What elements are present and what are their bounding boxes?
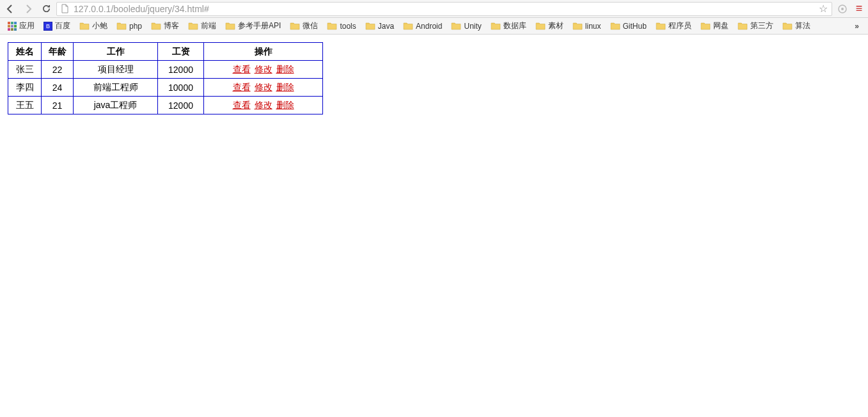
bookmark-label: Android — [416, 22, 442, 31]
delete-link[interactable]: 删除 — [276, 100, 294, 110]
bookmark-folder[interactable]: tools — [323, 20, 359, 32]
folder-icon — [403, 22, 413, 30]
folder-icon — [491, 22, 501, 30]
folder-icon — [610, 22, 620, 30]
view-link[interactable]: 查看 — [233, 64, 251, 74]
baidu-icon: B — [43, 22, 52, 31]
folder-icon — [116, 22, 127, 30]
bookmark-folder[interactable]: GitHub — [606, 20, 651, 32]
folder-icon — [188, 22, 198, 30]
folder-icon — [365, 22, 375, 30]
folder-icon — [151, 22, 161, 30]
reload-button[interactable] — [38, 1, 54, 17]
bookmark-folder[interactable]: 第三方 — [734, 19, 777, 33]
cell-salary: 10000 — [158, 79, 204, 97]
cell-name: 李四 — [8, 79, 42, 97]
bookmark-label: Unity — [464, 22, 481, 31]
bookmark-label: 程序员 — [668, 20, 691, 31]
forward-button[interactable] — [20, 1, 36, 17]
folder-icon — [656, 22, 666, 30]
folder-icon — [738, 22, 748, 30]
bookmark-label: 参考手册API — [238, 20, 281, 31]
chrome-menu-icon[interactable]: ≡ — [853, 2, 865, 15]
bookmark-label: 小鲍 — [92, 20, 107, 31]
bookmark-folder[interactable]: 参考手册API — [221, 19, 285, 33]
folder-icon — [572, 22, 583, 30]
bookmark-folder[interactable]: 网盘 — [697, 19, 732, 33]
cell-age: 22 — [42, 61, 74, 79]
bookmark-label: linux — [585, 22, 601, 31]
table-row: 张三22项目经理12000查看修改删除 — [8, 61, 323, 79]
bookmark-folder[interactable]: Java — [361, 20, 398, 32]
cell-action: 查看修改删除 — [204, 97, 323, 114]
data-table: 姓名 年龄 工作 工资 操作 张三22项目经理12000查看修改删除李四24前端… — [8, 42, 323, 114]
bookmark-folder[interactable]: 博客 — [147, 19, 183, 33]
view-link[interactable]: 查看 — [233, 82, 251, 92]
bookmarks-overflow[interactable]: » — [849, 22, 864, 31]
extension-icon[interactable] — [835, 1, 850, 17]
bookmark-label: 前端 — [201, 20, 216, 31]
cell-job: 前端工程师 — [74, 79, 158, 97]
cell-age: 21 — [42, 97, 74, 114]
apps-label: 应用 — [19, 20, 35, 31]
bookmark-label: 网盘 — [713, 20, 729, 31]
url-text: 127.0.0.1/booledu/jquery/34.html# — [74, 4, 815, 14]
header-action: 操作 — [204, 43, 323, 61]
bookmark-folder[interactable]: linux — [569, 20, 605, 32]
bookmark-folder[interactable]: 素材 — [532, 19, 567, 33]
page-icon — [61, 4, 70, 13]
bookmark-folder[interactable]: 微信 — [286, 19, 322, 33]
bookmark-folder[interactable]: php — [113, 20, 146, 32]
bookmark-folder[interactable]: 数据库 — [487, 19, 530, 33]
url-bar[interactable]: 127.0.0.1/booledu/jquery/34.html# ☆ — [56, 2, 832, 16]
edit-link[interactable]: 修改 — [255, 82, 272, 92]
bookmark-label: tools — [340, 22, 356, 31]
header-salary: 工资 — [158, 43, 204, 61]
delete-link[interactable]: 删除 — [276, 64, 294, 74]
bookmark-label: 第三方 — [750, 20, 773, 31]
cell-salary: 12000 — [158, 61, 204, 79]
svg-point-1 — [841, 8, 844, 10]
bookmark-label: 素材 — [548, 20, 564, 31]
bookmark-label: 算法 — [795, 20, 810, 31]
edit-link[interactable]: 修改 — [255, 64, 272, 74]
folder-icon — [79, 22, 90, 30]
table-header-row: 姓名 年龄 工作 工资 操作 — [8, 43, 323, 61]
cell-action: 查看修改删除 — [204, 79, 323, 97]
bookmark-folder[interactable]: 程序员 — [652, 19, 695, 33]
bookmark-label: php — [129, 22, 142, 31]
folder-icon — [451, 22, 461, 30]
bookmarks-bar: 应用 B 百度 小鲍php博客前端参考手册API微信toolsJavaAndro… — [0, 18, 868, 35]
cell-job: java工程师 — [74, 97, 158, 114]
bookmark-label: Java — [378, 22, 394, 31]
header-age: 年龄 — [42, 43, 74, 61]
back-button[interactable] — [3, 1, 18, 17]
bookmark-folder[interactable]: Unity — [447, 20, 485, 32]
bookmark-label: 博客 — [164, 20, 179, 31]
bookmark-folder[interactable]: 算法 — [778, 19, 814, 33]
header-name: 姓名 — [8, 43, 42, 61]
folder-icon — [700, 22, 711, 30]
cell-salary: 12000 — [158, 97, 204, 114]
folder-icon — [290, 22, 300, 30]
cell-name: 王五 — [8, 97, 42, 114]
browser-toolbar: 127.0.0.1/booledu/jquery/34.html# ☆ ≡ — [0, 0, 868, 18]
view-link[interactable]: 查看 — [233, 100, 251, 110]
bookmark-folder[interactable]: 前端 — [184, 19, 220, 33]
header-job: 工作 — [74, 43, 158, 61]
bookmark-label: 百度 — [55, 20, 70, 31]
bookmark-label: 数据库 — [503, 20, 526, 31]
bookmark-baidu[interactable]: B 百度 — [40, 19, 74, 33]
table-row: 李四24前端工程师10000查看修改删除 — [8, 79, 323, 97]
delete-link[interactable]: 删除 — [276, 82, 294, 92]
apps-button[interactable]: 应用 — [4, 19, 38, 33]
bookmark-folder[interactable]: 小鲍 — [75, 19, 111, 33]
bookmark-star-icon[interactable]: ☆ — [819, 3, 828, 15]
bookmark-folder[interactable]: Android — [399, 20, 446, 32]
table-row: 王五21java工程师12000查看修改删除 — [8, 97, 323, 114]
cell-name: 张三 — [8, 61, 42, 79]
edit-link[interactable]: 修改 — [255, 100, 272, 110]
folder-icon — [782, 22, 793, 30]
folder-icon — [535, 22, 546, 30]
apps-icon — [8, 22, 17, 31]
